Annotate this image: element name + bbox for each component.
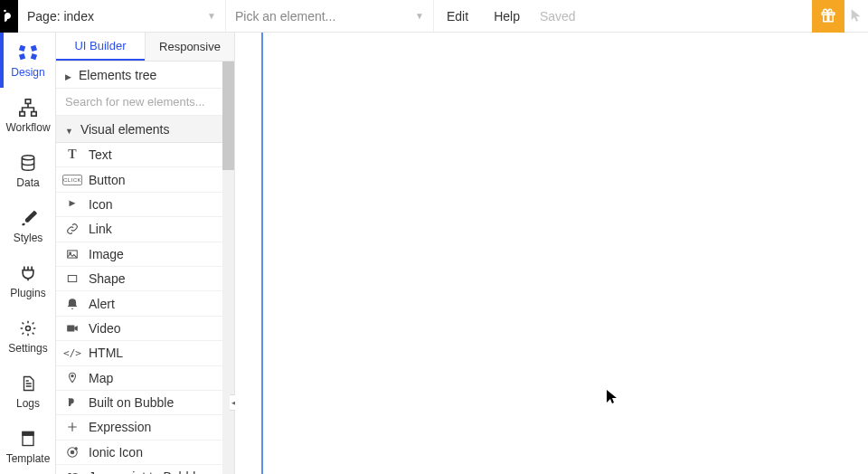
element-search-input[interactable] xyxy=(65,95,213,109)
element-label: Text xyxy=(89,147,112,162)
element-label: Built on Bubble xyxy=(89,395,174,410)
left-nav-rail: Design Workflow Data Styles Plugins Sett… xyxy=(0,33,56,474)
elements-panel: UI Builder Responsive Elements tree Visu… xyxy=(56,33,235,474)
design-icon xyxy=(18,43,38,62)
template-icon xyxy=(18,429,38,449)
svg-rect-10 xyxy=(68,276,76,282)
svg-rect-11 xyxy=(67,325,74,331)
workflow-icon xyxy=(18,98,38,118)
element-link[interactable]: Link xyxy=(56,217,222,242)
button-icon: CLICK xyxy=(65,173,80,187)
rail-design[interactable]: Design xyxy=(0,33,56,88)
logs-icon xyxy=(18,374,38,393)
alert-icon xyxy=(65,297,80,311)
rail-workflow[interactable]: Workflow xyxy=(0,88,56,143)
svg-point-16 xyxy=(75,448,77,450)
element-video[interactable]: Video xyxy=(56,317,222,341)
javascript-to-bubble-icon: JS xyxy=(65,469,80,474)
html-icon: </> xyxy=(65,346,80,360)
gift-button[interactable] xyxy=(812,0,844,33)
rail-logs[interactable]: Logs xyxy=(0,364,56,419)
ionic-icon-icon xyxy=(65,445,80,460)
svg-rect-7 xyxy=(23,431,33,435)
element-image[interactable]: Image xyxy=(56,242,222,267)
element-label: Shape xyxy=(89,271,125,286)
icon-icon xyxy=(65,197,80,212)
panel-scrollbar[interactable] xyxy=(222,62,234,474)
element-label: HTML xyxy=(89,346,123,360)
element-label: Image xyxy=(89,247,124,261)
element-label: Expression xyxy=(89,420,151,434)
gift-icon xyxy=(820,7,836,26)
chevron-down-icon xyxy=(65,122,73,137)
element-built-on-bubble[interactable]: Built on Bubble xyxy=(56,391,222,415)
svg-point-5 xyxy=(26,326,31,330)
rail-styles[interactable]: Styles xyxy=(0,198,56,253)
element-map[interactable]: Map xyxy=(56,366,222,391)
shape-icon xyxy=(65,271,80,286)
element-text[interactable]: TText xyxy=(56,143,222,167)
svg-point-15 xyxy=(71,450,74,454)
element-picker-placeholder: Pick an element... xyxy=(235,9,335,24)
element-javascript-to-bubble[interactable]: JSJavascript to Bubble xyxy=(56,465,222,474)
built-on-bubble-icon xyxy=(65,395,80,410)
element-alert[interactable]: Alert xyxy=(56,291,222,316)
rail-template[interactable]: Template xyxy=(0,419,56,474)
svg-rect-3 xyxy=(32,111,36,116)
data-icon xyxy=(18,153,38,173)
svg-point-4 xyxy=(22,155,33,159)
text-icon: T xyxy=(65,147,80,162)
rail-settings[interactable]: Settings xyxy=(0,308,56,364)
tab-responsive[interactable]: Responsive xyxy=(145,33,234,61)
link-icon xyxy=(65,222,80,236)
element-label: Button xyxy=(89,173,125,187)
element-label: Javascript to Bubble xyxy=(89,469,203,474)
rail-plugins[interactable]: Plugins xyxy=(0,253,56,308)
rail-data[interactable]: Data xyxy=(0,143,56,198)
element-html[interactable]: </>HTML xyxy=(56,341,222,365)
styles-icon xyxy=(18,208,38,228)
element-label: Map xyxy=(89,371,113,385)
svg-rect-1 xyxy=(25,99,31,103)
expression-icon xyxy=(65,420,80,434)
save-status: Saved xyxy=(533,9,583,24)
element-label: Link xyxy=(89,222,112,236)
element-label: Icon xyxy=(89,197,112,212)
element-label: Video xyxy=(89,321,121,336)
canvas[interactable] xyxy=(235,33,868,474)
tab-ui-builder[interactable]: UI Builder xyxy=(56,33,145,61)
video-icon xyxy=(65,321,80,336)
elements-tree-toggle[interactable]: Elements tree xyxy=(56,62,222,89)
element-ionic-icon[interactable]: Ionic Icon xyxy=(56,441,222,465)
element-icon[interactable]: Icon xyxy=(56,193,222,217)
image-icon xyxy=(65,247,80,261)
page-selector-dropdown[interactable]: Page: index ▼ xyxy=(18,0,226,32)
element-shape[interactable]: Shape xyxy=(56,267,222,291)
visual-elements-group[interactable]: Visual elements xyxy=(56,116,222,143)
svg-point-0 xyxy=(4,10,6,13)
svg-point-12 xyxy=(71,374,73,376)
element-expression[interactable]: Expression xyxy=(56,415,222,440)
svg-rect-2 xyxy=(20,111,25,116)
chevron-right-icon xyxy=(65,68,71,82)
caret-down-icon: ▼ xyxy=(415,11,424,21)
caret-down-icon: ▼ xyxy=(207,11,216,21)
selection-cursor-button[interactable] xyxy=(844,0,868,33)
page-selector-label: Page: index xyxy=(27,9,94,24)
app-logo[interactable] xyxy=(0,0,18,33)
canvas-page-edge xyxy=(261,33,263,474)
map-icon xyxy=(65,371,80,385)
element-label: Alert xyxy=(89,297,115,311)
cursor-icon xyxy=(849,8,863,25)
help-menu[interactable]: Help xyxy=(481,9,533,24)
element-label: Ionic Icon xyxy=(89,445,143,460)
plugins-icon xyxy=(18,263,38,283)
element-button[interactable]: CLICKButton xyxy=(56,167,222,192)
element-picker-dropdown[interactable]: Pick an element... ▼ xyxy=(226,0,434,32)
edit-menu[interactable]: Edit xyxy=(434,9,481,24)
settings-icon xyxy=(18,318,38,338)
